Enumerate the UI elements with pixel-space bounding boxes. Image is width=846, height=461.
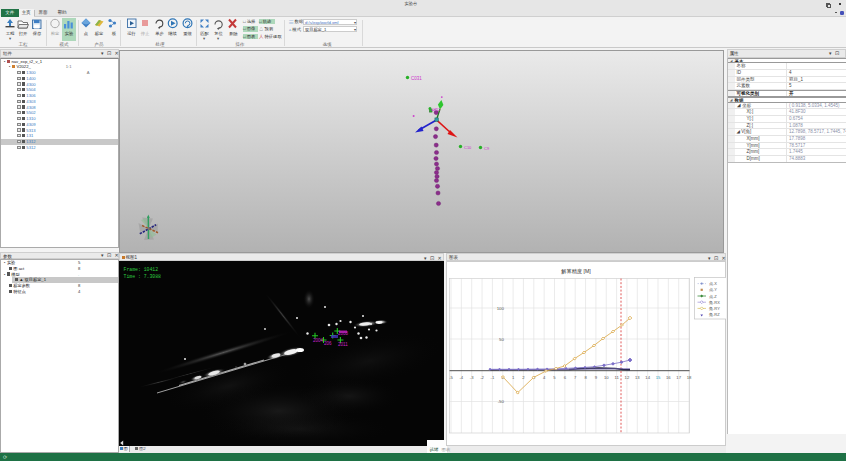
svg-text:4: 4 <box>543 375 546 380</box>
svg-text:13: 13 <box>635 375 640 380</box>
svg-text:16: 16 <box>666 375 671 380</box>
svg-text:5: 5 <box>553 375 556 380</box>
svg-text:C9: C9 <box>484 145 490 150</box>
svg-text:9: 9 <box>595 375 598 380</box>
svg-text:-50: -50 <box>498 399 505 404</box>
svg-text:C031: C031 <box>411 75 422 80</box>
svg-text:18: 18 <box>687 375 692 380</box>
svg-text:-4: -4 <box>459 375 463 380</box>
svg-text:点-X: 点-X <box>709 281 717 286</box>
svg-text:-2: -2 <box>480 375 484 380</box>
svg-text:100: 100 <box>497 306 505 311</box>
svg-text:点-Y: 点-Y <box>709 287 717 292</box>
svg-text:-1: -1 <box>491 375 495 380</box>
svg-text:-5: -5 <box>449 375 453 380</box>
svg-text:50: 50 <box>499 337 504 342</box>
svg-text:17: 17 <box>676 375 681 380</box>
svg-text:1: 1 <box>512 375 515 380</box>
svg-text:2: 2 <box>522 375 525 380</box>
svg-text:8: 8 <box>584 375 587 380</box>
svg-text:2011: 2011 <box>338 342 348 347</box>
svg-text:Frame: 10412: Frame: 10412 <box>123 267 158 272</box>
svg-text:15: 15 <box>656 375 661 380</box>
svg-text:14: 14 <box>645 375 650 380</box>
svg-text:11: 11 <box>614 375 619 380</box>
svg-text:7: 7 <box>574 375 577 380</box>
svg-text:C10: C10 <box>464 144 472 149</box>
svg-text:点-Z: 点-Z <box>709 294 717 299</box>
svg-text:Time : 7.3088: Time : 7.3088 <box>123 274 161 279</box>
svg-text:6: 6 <box>564 375 567 380</box>
svg-text:解算精度 [M]: 解算精度 [M] <box>561 268 591 275</box>
svg-text:10: 10 <box>604 375 609 380</box>
svg-text:12: 12 <box>625 375 630 380</box>
svg-text:C012: C012 <box>431 107 441 112</box>
svg-text:2004: 2004 <box>313 338 324 343</box>
svg-text:-3: -3 <box>470 375 474 380</box>
svg-text:206: 206 <box>324 341 332 346</box>
